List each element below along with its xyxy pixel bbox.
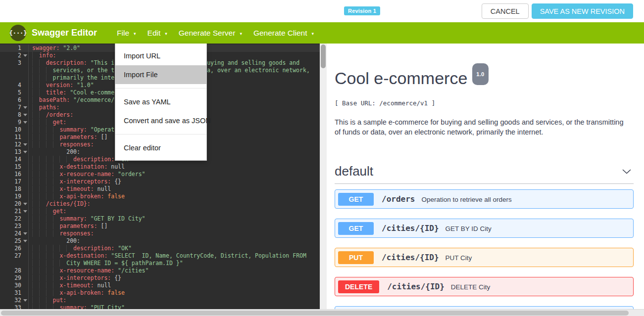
operation-row-put-cities-id[interactable]: PUT/cities/{ID}PUT City bbox=[335, 248, 634, 267]
editor-vertical-scrollbar-thumb[interactable] bbox=[321, 45, 326, 68]
fold-toggle-icon[interactable] bbox=[22, 114, 28, 116]
code-text: put: bbox=[29, 297, 66, 304]
api-title: Cool e-commerce1.0 bbox=[335, 68, 634, 93]
line-number-gutter: 15 bbox=[0, 163, 29, 171]
fold-toggle-icon[interactable] bbox=[22, 232, 28, 235]
fold-toggle-icon[interactable] bbox=[22, 121, 28, 124]
line-number-gutter: 28 bbox=[0, 267, 29, 274]
token-plain bbox=[32, 297, 53, 304]
line-number: 30 bbox=[0, 282, 22, 289]
editor-line-26[interactable]: 26 description: "OK" bbox=[0, 245, 320, 252]
line-number-gutter: 3 bbox=[0, 59, 29, 67]
menu-edit[interactable]: Edit ▾ bbox=[148, 29, 167, 38]
editor-line-22[interactable]: 22 summary: "GET BY ID City" bbox=[0, 215, 320, 223]
line-number-gutter: 9 bbox=[0, 119, 29, 126]
fold-toggle-icon[interactable] bbox=[22, 54, 28, 57]
token-plain bbox=[32, 215, 59, 222]
editor-line-21[interactable]: 21 get: bbox=[0, 208, 320, 215]
fold-toggle-icon[interactable] bbox=[22, 299, 28, 302]
token-key: description: bbox=[73, 156, 114, 163]
editor-line-30[interactable]: 30 x-timeout: null bbox=[0, 282, 320, 289]
cancel-button[interactable]: CANCEL bbox=[482, 3, 529, 19]
horizontal-scrollbar[interactable] bbox=[0, 309, 644, 316]
menu-file[interactable]: File ▾ bbox=[117, 29, 136, 38]
fold-toggle-icon[interactable] bbox=[22, 151, 28, 153]
fold-toggle-icon[interactable] bbox=[22, 203, 28, 205]
line-number: 8 bbox=[0, 111, 22, 119]
top-bar: Revision 1 CANCEL SAVE AS NEW REVISION bbox=[0, 0, 644, 22]
token-plain bbox=[32, 260, 66, 267]
editor-line-31[interactable]: 31 x-api-broken: false bbox=[0, 289, 320, 297]
line-number-gutter: 10 bbox=[0, 126, 29, 134]
operation-row-get-cities-id[interactable]: GET/cities/{ID}GET BY ID City bbox=[335, 219, 634, 238]
token-plain: [] bbox=[98, 223, 108, 229]
token-key: summary: bbox=[59, 304, 87, 309]
line-number-gutter: 8 bbox=[0, 111, 29, 119]
editor-line-16[interactable]: 16 x-resource-name: "orders" bbox=[0, 171, 320, 178]
token-plain bbox=[32, 282, 59, 289]
editor-line-23[interactable]: 23 parameters: [] bbox=[0, 223, 320, 230]
menu-item-save-as-yaml[interactable]: Save as YAML bbox=[115, 92, 206, 111]
editor-vertical-scrollbar[interactable] bbox=[320, 44, 327, 309]
line-number: 23 bbox=[0, 223, 22, 230]
chevron-down-icon[interactable] bbox=[622, 167, 632, 177]
menu-generate-server[interactable]: Generate Server ▾ bbox=[179, 29, 242, 38]
editor-line-28[interactable]: 28 x-resource-name: "/cities" bbox=[0, 267, 320, 274]
code-text: x-interceptors: {} bbox=[29, 274, 121, 282]
line-number: 18 bbox=[0, 185, 22, 193]
save-as-new-revision-button[interactable]: SAVE AS NEW REVISION bbox=[532, 3, 633, 19]
fold-toggle-icon[interactable] bbox=[22, 240, 28, 242]
menu-generate-client[interactable]: Generate Client ▾ bbox=[253, 29, 314, 38]
token-plain: [] bbox=[98, 134, 108, 140]
line-number-gutter: 18 bbox=[0, 185, 29, 193]
editor-line-17[interactable]: 17 x-interceptors: {} bbox=[0, 178, 320, 185]
swagger-logo-icon: {···} bbox=[10, 25, 26, 41]
menu-divider bbox=[115, 134, 206, 135]
operation-summary: PUT City bbox=[446, 253, 472, 262]
editor-line-29[interactable]: 29 x-interceptors: {} bbox=[0, 274, 320, 282]
code-text: paths: bbox=[29, 104, 59, 111]
token-key: summary: bbox=[59, 215, 87, 222]
token-plain bbox=[32, 89, 46, 96]
caret-down-icon bbox=[23, 54, 27, 57]
line-number-gutter: 32 bbox=[0, 297, 29, 304]
editor-line-20[interactable]: 20 /cities/{ID}: bbox=[0, 200, 320, 208]
method-badge-put: PUT bbox=[338, 251, 374, 264]
token-str: "1.0" bbox=[77, 82, 94, 89]
token-plain bbox=[73, 82, 77, 89]
line-number: 14 bbox=[0, 156, 22, 163]
editor-line-33[interactable]: 33 summary: "PUT City" bbox=[0, 304, 320, 309]
horizontal-scrollbar-thumb[interactable] bbox=[1, 311, 629, 316]
line-number: 3 bbox=[0, 59, 22, 67]
operation-path: /cities/{ID} bbox=[382, 224, 439, 233]
token-plain bbox=[32, 208, 53, 215]
line-number: 13 bbox=[0, 148, 22, 156]
editor-line-wrap-29[interactable]: City WHERE ID = ${ pathParam.ID }" bbox=[0, 260, 320, 267]
operation-row-delete-cities-id[interactable]: DELETE/cities/{ID}DELETE City bbox=[335, 277, 634, 296]
token-key: x-interceptors: bbox=[59, 178, 111, 185]
editor-line-27[interactable]: 27 x-destination: "SELECT ID, Name, Coun… bbox=[0, 252, 320, 260]
fold-toggle-icon[interactable] bbox=[22, 210, 28, 213]
token-str: "GET BY ID City" bbox=[91, 215, 146, 222]
code-text: x-destination: null bbox=[29, 163, 125, 171]
menu-item-import-url[interactable]: Import URL bbox=[115, 46, 206, 65]
editor-line-19[interactable]: 19 x-api-broken: false bbox=[0, 193, 320, 200]
menu-item-import-file[interactable]: Import File bbox=[115, 65, 206, 84]
operation-row-get-orders[interactable]: GET/ordersOperation to retrieve all orde… bbox=[335, 189, 634, 209]
editor-line-24[interactable]: 24 responses: bbox=[0, 230, 320, 237]
caret-down-icon bbox=[23, 114, 27, 116]
editor-line-18[interactable]: 18 x-timeout: null bbox=[0, 185, 320, 193]
line-number: 12 bbox=[0, 141, 22, 148]
token-key: x-interceptors: bbox=[59, 274, 111, 281]
editor-line-25[interactable]: 25 200: bbox=[0, 237, 320, 245]
token-str: "2.0" bbox=[63, 45, 80, 51]
section-header-default[interactable]: default bbox=[335, 164, 634, 184]
menu-item-clear-editor[interactable]: Clear editor bbox=[115, 138, 206, 157]
fold-toggle-icon[interactable] bbox=[22, 106, 28, 109]
code-text: x-api-broken: false bbox=[29, 289, 125, 297]
editor-line-15[interactable]: 15 x-destination: null bbox=[0, 163, 320, 171]
editor-line-32[interactable]: 32 put: bbox=[0, 297, 320, 304]
caret-down-icon bbox=[23, 143, 27, 146]
menu-item-convert-and-save-as-json[interactable]: Convert and save as JSON bbox=[115, 111, 206, 130]
fold-toggle-icon[interactable] bbox=[22, 143, 28, 146]
